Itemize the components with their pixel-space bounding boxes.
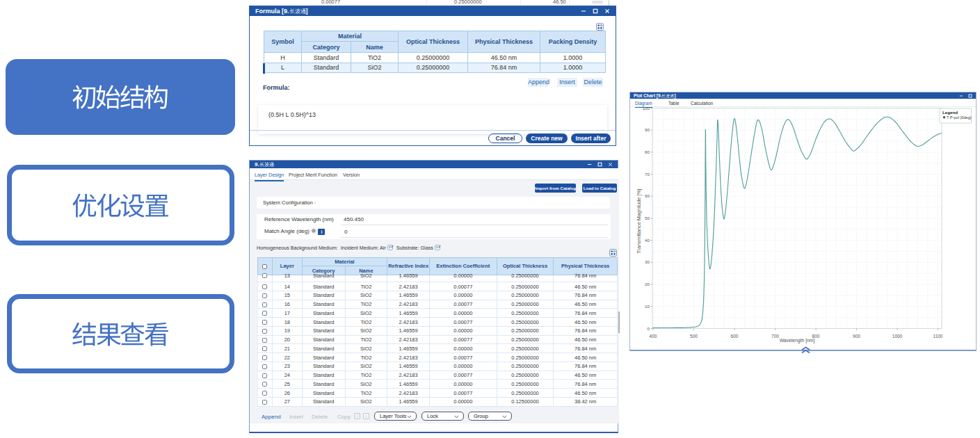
svg-text:T P-pol (0deg): T P-pol (0deg) (947, 115, 972, 120)
svg-text:Wavelength [nm]: Wavelength [nm] (780, 338, 815, 343)
svg-text:1100: 1100 (933, 334, 943, 339)
svg-text:80: 80 (645, 149, 650, 154)
svg-text:700: 700 (771, 334, 779, 339)
svg-text:100: 100 (643, 106, 650, 111)
svg-text:60: 60 (645, 193, 650, 198)
svg-text:Transmittance Magnitude [%]: Transmittance Magnitude [%] (636, 188, 642, 253)
svg-text:400: 400 (650, 334, 657, 339)
svg-text:40: 40 (645, 238, 650, 243)
svg-text:Legend: Legend (942, 110, 958, 115)
svg-text:900: 900 (853, 334, 860, 339)
svg-text:30: 30 (645, 259, 650, 264)
svg-text:90: 90 (645, 127, 650, 132)
svg-text:1000: 1000 (892, 334, 903, 339)
svg-text:600: 600 (731, 334, 739, 339)
svg-text:50: 50 (645, 216, 650, 220)
svg-text:500: 500 (690, 334, 698, 339)
svg-text:10: 10 (645, 304, 650, 309)
svg-text:0: 0 (648, 326, 650, 331)
svg-text:20: 20 (645, 282, 650, 286)
svg-text:70: 70 (645, 172, 650, 177)
